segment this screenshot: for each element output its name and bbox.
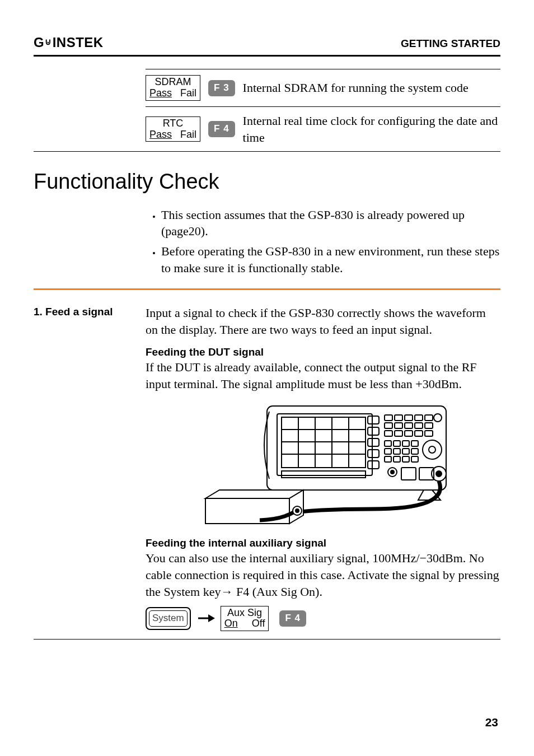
sdram-desc: Internal SDRAM for running the system co… <box>243 80 500 96</box>
svg-rect-48 <box>401 468 416 480</box>
instrument-illustration <box>151 400 500 529</box>
svg-rect-19 <box>425 415 433 421</box>
lcd-state-selected: Pass <box>149 129 172 140</box>
svg-rect-35 <box>385 449 391 454</box>
lcd-label: SDRAM <box>149 77 196 88</box>
lcd-state-selected: On <box>224 618 238 629</box>
svg-rect-24 <box>415 423 423 428</box>
lcd-sdram: SDRAM Pass Fail <box>146 75 200 101</box>
svg-rect-36 <box>394 449 400 454</box>
svg-point-56 <box>296 509 299 512</box>
svg-rect-40 <box>394 456 400 462</box>
step-heading: 1. Feed a signal <box>34 305 146 319</box>
divider <box>34 639 500 640</box>
svg-rect-26 <box>385 431 392 436</box>
lcd-state-other: Fail <box>172 129 196 140</box>
system-key-label: System <box>149 610 188 627</box>
divider <box>34 151 500 152</box>
svg-marker-58 <box>208 614 215 622</box>
subsection-heading: Feeding the internal auxiliary signal <box>146 536 500 550</box>
svg-rect-22 <box>395 423 402 428</box>
lcd-state-other: Fail <box>172 87 196 99</box>
svg-rect-12 <box>368 438 379 446</box>
lcd-rtc: RTC Pass Fail <box>146 116 200 142</box>
svg-rect-42 <box>411 456 418 462</box>
svg-rect-15 <box>385 415 392 421</box>
f3-key[interactable]: F 3 <box>208 80 235 96</box>
svg-rect-14 <box>368 461 379 469</box>
svg-rect-38 <box>411 449 418 454</box>
svg-rect-39 <box>385 456 391 462</box>
svg-rect-30 <box>425 431 433 436</box>
brand-logo: G⊍INSTEK <box>34 34 104 52</box>
svg-rect-16 <box>395 415 402 421</box>
accent-divider <box>34 288 500 290</box>
subsection-body: You can also use the internal auxiliary … <box>146 550 500 600</box>
lcd-state-other: Off <box>238 618 265 629</box>
lcd-label: RTC <box>149 118 196 129</box>
svg-marker-53 <box>205 490 303 498</box>
svg-rect-13 <box>368 450 379 458</box>
bullet-item: This section assumes that the GSP-830 is… <box>161 207 500 240</box>
svg-rect-41 <box>402 456 409 462</box>
svg-point-44 <box>429 446 435 453</box>
svg-rect-45 <box>282 471 366 478</box>
arrow-right-icon <box>197 613 215 624</box>
svg-rect-18 <box>415 415 423 421</box>
svg-rect-23 <box>405 423 413 428</box>
page-number: 23 <box>485 715 498 730</box>
svg-rect-11 <box>368 427 379 435</box>
svg-point-51 <box>436 471 442 477</box>
svg-rect-34 <box>411 441 418 446</box>
bullet-item: Before operating the GSP-830 in a new en… <box>161 243 500 276</box>
svg-rect-31 <box>385 441 391 446</box>
svg-point-20 <box>434 414 442 422</box>
svg-rect-28 <box>405 431 413 436</box>
svg-rect-10 <box>368 416 379 424</box>
svg-point-43 <box>423 440 442 459</box>
svg-rect-32 <box>394 441 400 446</box>
svg-rect-27 <box>395 431 402 436</box>
lcd-state-selected: Pass <box>149 87 172 99</box>
section-title: Functionality Check <box>34 167 500 196</box>
svg-rect-1 <box>277 414 372 475</box>
svg-rect-21 <box>385 423 392 428</box>
svg-rect-33 <box>402 441 409 446</box>
subsection-heading: Feeding the DUT signal <box>146 345 500 360</box>
lcd-aux-sig: Aux Sig On Off <box>221 606 269 632</box>
svg-point-47 <box>391 470 394 474</box>
subsection-body: If the DUT is already available, connect… <box>146 359 500 392</box>
svg-rect-37 <box>402 449 409 454</box>
header-section: GETTING STARTED <box>401 36 500 51</box>
svg-rect-29 <box>415 431 423 436</box>
svg-rect-25 <box>425 423 433 428</box>
rtc-desc: Internal real time clock for configuring… <box>243 113 500 146</box>
f4-key[interactable]: F 4 <box>279 610 306 627</box>
lcd-label: Aux Sig <box>224 608 265 619</box>
f4-key[interactable]: F 4 <box>208 121 235 137</box>
system-key[interactable]: System <box>146 607 191 630</box>
svg-rect-17 <box>405 415 413 421</box>
step-intro: Input a signal to check if the GSP-830 c… <box>146 305 500 338</box>
